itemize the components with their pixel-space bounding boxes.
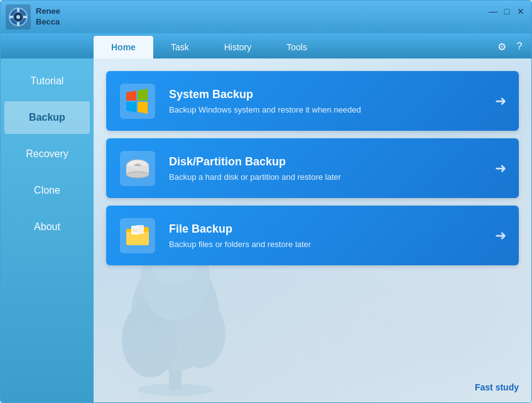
sidebar-item-tutorial[interactable]: Tutorial xyxy=(4,65,90,97)
minimize-button[interactable]: — xyxy=(487,6,499,17)
windows-icon xyxy=(120,84,155,119)
system-backup-title: System Backup xyxy=(169,88,495,101)
disk-backup-arrow: ➜ xyxy=(495,160,506,177)
svg-rect-5 xyxy=(17,22,19,26)
tab-home[interactable]: Home xyxy=(94,36,153,58)
settings-icon[interactable]: ⚙ xyxy=(495,40,509,53)
fast-study-link[interactable]: Fast study xyxy=(475,382,519,392)
disk-backup-text: Disk/Partition Backup Backup a hard disk… xyxy=(169,155,495,182)
sidebar-item-recovery[interactable]: Recovery xyxy=(4,138,90,170)
maximize-button[interactable]: □ xyxy=(501,6,513,17)
file-backup-text: File Backup Backup files or folders and … xyxy=(169,223,495,249)
tabbar-right-controls: ⚙ ? xyxy=(495,40,526,53)
svg-rect-15 xyxy=(120,84,155,119)
system-backup-icon xyxy=(119,82,156,120)
system-backup-desc: Backup Windows system and restore it whe… xyxy=(169,105,495,114)
svg-rect-4 xyxy=(17,8,19,12)
svg-marker-17 xyxy=(138,89,148,101)
svg-rect-6 xyxy=(9,16,13,18)
file-backup-card[interactable]: File Backup Backup files or folders and … xyxy=(106,206,519,265)
svg-rect-7 xyxy=(23,16,27,18)
file-backup-title: File Backup xyxy=(169,223,495,236)
svg-marker-19 xyxy=(138,102,148,114)
svg-point-26 xyxy=(126,172,149,178)
tab-history[interactable]: History xyxy=(207,36,269,58)
svg-rect-9 xyxy=(169,340,182,390)
file-backup-icon xyxy=(119,217,156,255)
help-icon[interactable]: ? xyxy=(513,40,526,53)
disk-backup-title: Disk/Partition Backup xyxy=(169,155,495,168)
app-logo xyxy=(6,4,31,30)
sidebar-item-clone[interactable]: Clone xyxy=(4,174,90,207)
disk-icon xyxy=(120,151,155,186)
svg-point-8 xyxy=(138,384,213,396)
backup-cards-list: System Backup Backup Windows system and … xyxy=(106,71,519,265)
sidebar: Tutorial Backup Recovery Clone About xyxy=(1,58,94,402)
system-backup-arrow: ➜ xyxy=(495,93,506,109)
svg-point-12 xyxy=(175,299,225,368)
sidebar-item-about[interactable]: About xyxy=(4,211,90,243)
file-backup-desc: Backup files or folders and restore late… xyxy=(169,240,495,249)
disk-backup-icon xyxy=(119,150,156,187)
svg-point-3 xyxy=(16,15,20,19)
tab-task[interactable]: Task xyxy=(153,36,207,58)
close-button[interactable]: ✕ xyxy=(515,6,526,17)
svg-marker-18 xyxy=(126,102,136,113)
svg-point-10 xyxy=(131,258,219,371)
main-area: Tutorial Backup Recovery Clone About xyxy=(1,58,531,402)
tab-tools[interactable]: Tools xyxy=(269,36,325,58)
svg-point-11 xyxy=(122,302,178,377)
system-backup-text: System Backup Backup Windows system and … xyxy=(169,88,495,114)
app-name: Renee Becca xyxy=(36,6,60,28)
window-controls: — □ ✕ xyxy=(487,6,526,17)
main-window: Renee Becca — □ ✕ Home Task History Tool… xyxy=(0,0,532,403)
titlebar: Renee Becca — □ ✕ xyxy=(1,1,531,33)
sidebar-item-backup[interactable]: Backup xyxy=(4,101,90,134)
tabbar: Home Task History Tools ⚙ ? xyxy=(1,33,531,58)
system-backup-card[interactable]: System Backup Backup Windows system and … xyxy=(106,71,519,131)
disk-backup-card[interactable]: Disk/Partition Backup Backup a hard disk… xyxy=(106,138,519,198)
folder-icon xyxy=(120,218,155,253)
disk-backup-desc: Backup a hard disk or partition and rest… xyxy=(169,172,495,182)
file-backup-arrow: ➜ xyxy=(495,228,506,244)
svg-point-27 xyxy=(126,160,149,172)
content-area: System Backup Backup Windows system and … xyxy=(94,58,531,402)
